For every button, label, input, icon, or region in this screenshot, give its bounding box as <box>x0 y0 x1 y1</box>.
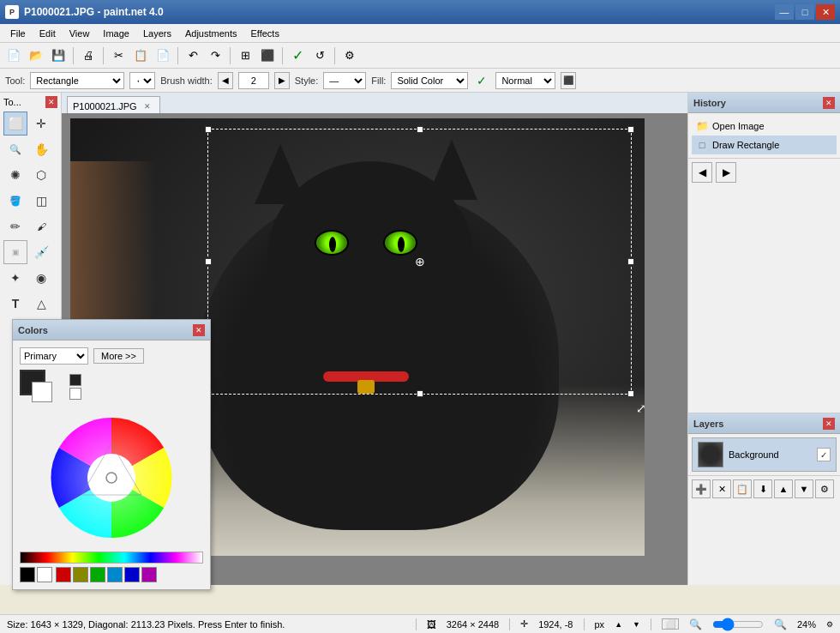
zoom-in-button[interactable]: 🔍 <box>774 618 787 630</box>
layer-visibility-toggle[interactable]: ✓ <box>817 448 831 461</box>
tool-eraser[interactable]: ▣ <box>3 240 27 264</box>
tool-zoom[interactable]: 🔍 <box>3 137 27 161</box>
canvas-tab-item[interactable]: P1000021.JPG ✕ <box>67 96 160 113</box>
history-list: 📁 Open Image □ Draw Rectangle <box>688 113 840 158</box>
colors-close-button[interactable]: ✕ <box>193 324 205 336</box>
menu-file[interactable]: File <box>3 27 33 40</box>
layer-props-button[interactable]: ⚙ <box>815 479 834 498</box>
tool-blur[interactable]: ◉ <box>29 266 53 290</box>
status-right: 🖼 3264 × 2448 ✛ 1924, -8 px ▲ ▼ ⬜ 🔍 🔍 24… <box>416 618 833 631</box>
blend-mode-extra[interactable]: ⬛ <box>561 72 576 89</box>
redo-button[interactable]: ↷ <box>205 45 225 66</box>
layer-up-button[interactable]: ▲ <box>774 479 793 498</box>
minimize-button[interactable]: — <box>775 4 794 20</box>
delete-layer-button[interactable]: ✕ <box>712 479 731 498</box>
toolbox-close-button[interactable]: ✕ <box>45 96 57 108</box>
tool-lasso[interactable]: ⬡ <box>29 163 53 187</box>
close-button[interactable]: ✕ <box>816 4 835 20</box>
menu-effects[interactable]: Effects <box>244 27 286 40</box>
layers-panel: Layers ✕ Background ✓ ➕ ✕ 📋 ⬇ ▲ ▼ ⚙ <box>688 413 840 585</box>
tool-brush[interactable]: 🖌 <box>29 214 53 238</box>
tool-select-move[interactable]: ✛ <box>29 112 53 136</box>
palette-swatch-3[interactable] <box>90 567 105 582</box>
tool-pencil[interactable]: ✏ <box>3 214 27 238</box>
black-swatch[interactable] <box>20 567 35 582</box>
style-select[interactable]: — <box>323 72 366 89</box>
zoom-menu-button[interactable]: ⚙ <box>826 620 833 629</box>
duplicate-layer-button[interactable]: 📋 <box>733 479 752 498</box>
menu-adjustments[interactable]: Adjustments <box>178 27 244 40</box>
zoom-out-button[interactable]: 🔍 <box>689 618 702 630</box>
history-undo-button[interactable]: ◀ <box>692 162 712 183</box>
add-layer-button[interactable]: ➕ <box>692 479 711 498</box>
fill-select[interactable]: Solid Color <box>391 72 468 89</box>
zoom-slider[interactable] <box>712 618 764 631</box>
tool-select-rect[interactable]: ⬜ <box>3 112 27 136</box>
menu-view[interactable]: View <box>63 27 97 40</box>
settings-button[interactable]: ⚙ <box>339 45 360 66</box>
new-button[interactable]: 📄 <box>3 45 24 66</box>
unit-up-button[interactable]: ▲ <box>615 620 622 629</box>
rotate-button[interactable]: ↺ <box>309 45 330 66</box>
tool-paint-bucket[interactable]: 🪣 <box>3 189 27 213</box>
tool-text[interactable]: T <box>3 292 27 316</box>
white-swatch[interactable] <box>37 567 52 582</box>
palette-swatch-1[interactable] <box>56 567 71 582</box>
history-redo-button[interactable]: ▶ <box>716 162 736 183</box>
tool-select[interactable]: Rectangle <box>30 72 124 89</box>
brush-width-increase[interactable]: ▶ <box>274 72 290 89</box>
menu-image[interactable]: Image <box>96 27 136 40</box>
blend-mode-select[interactable]: Normal <box>495 72 555 89</box>
palette-swatch-2[interactable] <box>73 567 88 582</box>
tool-gradient[interactable]: ◫ <box>29 189 53 213</box>
palette-swatch-6[interactable] <box>141 567 157 582</box>
layer-thumbnail <box>698 442 723 467</box>
layer-background[interactable]: Background ✓ <box>692 437 837 472</box>
history-close-button[interactable]: ✕ <box>823 97 835 109</box>
history-item-rect[interactable]: □ Draw Rectangle <box>692 136 837 154</box>
layers-close-button[interactable]: ✕ <box>823 418 835 430</box>
canvas-tab-filename: P1000021.JPG <box>73 101 137 112</box>
tool-clone[interactable]: ✦ <box>3 266 27 290</box>
tool-color-picker[interactable]: 💉 <box>29 240 53 264</box>
cut-button[interactable]: ✂ <box>108 45 129 66</box>
palette-swatch-4[interactable] <box>107 567 123 582</box>
save-button[interactable]: 💾 <box>48 45 69 66</box>
color-mode-select[interactable]: Primary Secondary <box>20 347 88 365</box>
tool-shapes[interactable]: △ <box>29 292 53 316</box>
confirm-selection-button[interactable]: ✓ <box>473 72 490 89</box>
toolbar-sep-3 <box>177 47 178 64</box>
canvas-tab-bar: P1000021.JPG ✕ <box>62 93 687 113</box>
print-button[interactable]: 🖨 <box>78 45 99 66</box>
tool-magic-wand[interactable]: ✺ <box>3 163 27 187</box>
merge-layer-button[interactable]: ⬇ <box>753 479 772 498</box>
grid-button[interactable]: ⊞ <box>235 45 255 66</box>
color-wheel[interactable] <box>43 409 180 546</box>
unit-down-button[interactable]: ▼ <box>633 620 640 629</box>
more-colors-button[interactable]: More >> <box>93 348 144 364</box>
paste-button[interactable]: 📄 <box>153 45 173 66</box>
fit-canvas-button[interactable]: ⬜ <box>662 618 679 630</box>
canvas-tab-close[interactable]: ✕ <box>144 102 151 111</box>
palette-swatch-5[interactable] <box>124 567 140 582</box>
brush-width-decrease[interactable]: ◀ <box>218 72 233 89</box>
shape-mode-select[interactable]: ↔ <box>129 72 155 89</box>
brush-width-input[interactable] <box>238 72 269 89</box>
confirm-button[interactable]: ✓ <box>287 45 308 66</box>
menu-edit[interactable]: Edit <box>33 27 63 40</box>
tool-move[interactable]: ✋ <box>29 137 53 161</box>
copy-button[interactable]: 📋 <box>130 45 151 66</box>
tool-grid: ⬜ ✛ 🔍 ✋ ✺ ⬡ 🪣 ◫ ✏ 🖌 ▣ 💉 ✦ ◉ T △ <box>3 112 57 316</box>
swap-colors-icon[interactable] <box>69 374 81 386</box>
color-gradient-bar[interactable] <box>20 552 203 564</box>
maximize-button[interactable]: □ <box>795 4 814 20</box>
move-icon[interactable]: ⤢ <box>636 401 645 415</box>
background-color-swatch[interactable] <box>32 382 52 402</box>
history-item-open[interactable]: 📁 Open Image <box>692 117 837 136</box>
reset-colors-icon[interactable] <box>69 388 81 400</box>
undo-button[interactable]: ↶ <box>183 45 203 66</box>
ruler-button[interactable]: ⬛ <box>257 45 278 66</box>
open-button[interactable]: 📂 <box>26 45 46 66</box>
menu-layers[interactable]: Layers <box>136 27 178 40</box>
layer-down-button[interactable]: ▼ <box>795 479 813 498</box>
